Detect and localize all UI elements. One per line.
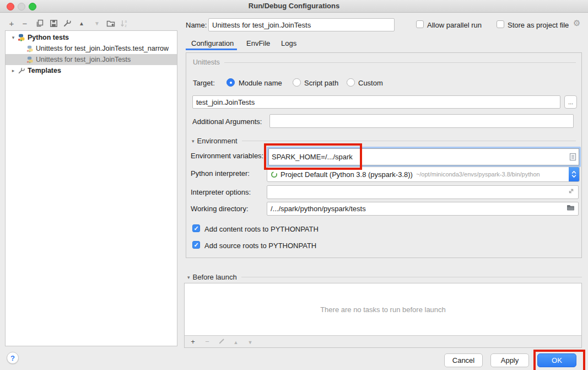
gear-icon[interactable]: ⚙ bbox=[573, 18, 580, 28]
python-tests-icon bbox=[17, 34, 26, 41]
arrow-up-icon: ▲ bbox=[79, 20, 84, 26]
before-launch-label: Before launch bbox=[193, 273, 237, 281]
move-up-button[interactable]: ▲ bbox=[76, 18, 87, 29]
target-custom-radio[interactable] bbox=[347, 78, 355, 87]
svg-text:z: z bbox=[125, 23, 127, 27]
target-label: Target: bbox=[193, 79, 215, 87]
before-launch-header: ▾ Before launch bbox=[187, 273, 582, 281]
plus-icon: + bbox=[191, 337, 195, 346]
store-as-project-file-checkbox[interactable] bbox=[497, 20, 504, 28]
chevron-right-icon[interactable]: ▸ bbox=[9, 68, 17, 73]
help-button[interactable]: ? bbox=[7, 352, 19, 364]
configuration-panel: Unittests Target: Module name Script pat… bbox=[186, 52, 582, 258]
unittests-group-label: Unittests bbox=[193, 58, 220, 66]
titlebar: Run/Debug Configurations bbox=[0, 0, 588, 13]
tree-item-templates[interactable]: ▸ Templates bbox=[6, 65, 177, 76]
working-directory-label: Working directory: bbox=[191, 205, 249, 213]
remove-task-button[interactable]: − bbox=[203, 337, 212, 346]
copy-icon bbox=[36, 19, 44, 28]
target-module-name-label: Module name bbox=[239, 79, 282, 87]
create-new-folder-button[interactable] bbox=[105, 18, 116, 29]
edit-task-button[interactable] bbox=[217, 337, 226, 346]
target-input[interactable] bbox=[192, 95, 560, 109]
name-input[interactable] bbox=[208, 18, 395, 31]
active-tab-underline bbox=[186, 49, 237, 50]
store-as-project-file-label: Store as project file bbox=[508, 21, 569, 29]
check-icon: ✓ bbox=[193, 242, 198, 248]
combobox-stepper-icon[interactable] bbox=[569, 167, 579, 181]
allow-parallel-run-checkbox[interactable] bbox=[416, 20, 424, 28]
tree-item-unittests-jointests[interactable]: Unittests for test_join.JoinTests bbox=[6, 54, 177, 65]
run-debug-configurations-dialog: Run/Debug Configurations + − ▲ ▼ bbox=[0, 0, 588, 370]
plus-icon: + bbox=[9, 19, 14, 28]
tree-item-label: Python tests bbox=[28, 34, 69, 41]
target-script-path-radio[interactable] bbox=[293, 78, 301, 87]
tab-envfile[interactable]: EnvFile bbox=[246, 39, 270, 47]
python-interpreter-select[interactable]: Project Default (Python 3.8 (pyspark-3.8… bbox=[267, 167, 580, 182]
save-configuration-button[interactable] bbox=[48, 18, 59, 29]
tab-logs[interactable]: Logs bbox=[281, 39, 296, 47]
tree-item-python-tests[interactable]: ▾ Python tests bbox=[6, 32, 177, 43]
configurations-tree: ▾ Python tests Unit bbox=[5, 30, 177, 346]
add-source-roots-checkbox[interactable]: ✓ bbox=[192, 241, 200, 249]
move-down-button[interactable]: ▼ bbox=[91, 18, 103, 29]
tree-item-label: Unittests for test_join.JoinTests.test_n… bbox=[36, 45, 169, 52]
additional-arguments-label: Additional Arguments: bbox=[192, 117, 262, 126]
tree-item-label: Unittests for test_join.JoinTests bbox=[36, 56, 131, 63]
ok-button[interactable]: OK bbox=[537, 353, 576, 367]
add-task-button[interactable]: + bbox=[188, 337, 197, 346]
tree-item-label: Templates bbox=[28, 67, 61, 74]
expand-field-icon[interactable] bbox=[568, 187, 575, 195]
before-launch-empty-text: There are no tasks to run before launch bbox=[185, 283, 581, 336]
additional-arguments-input[interactable] bbox=[269, 114, 574, 128]
python-interpreter-value: Project Default (Python 3.8 (pyspark-3.8… bbox=[280, 170, 413, 179]
python-interpreter-path: ~/opt/miniconda3/envs/pyspark-3.8/bin/py… bbox=[416, 171, 569, 178]
svg-text:a: a bbox=[125, 19, 127, 23]
remove-configuration-button[interactable]: − bbox=[19, 18, 30, 29]
edit-variables-icon[interactable] bbox=[569, 153, 576, 161]
group-divider bbox=[242, 141, 576, 141]
chevron-down-icon[interactable]: ▾ bbox=[9, 35, 17, 40]
working-directory-input[interactable] bbox=[267, 202, 579, 216]
edit-templates-button[interactable] bbox=[62, 18, 73, 29]
chevron-down-icon[interactable]: ▾ bbox=[187, 275, 190, 280]
folder-icon[interactable] bbox=[567, 204, 575, 211]
new-folder-icon bbox=[106, 19, 115, 28]
window-title: Run/Debug Configurations bbox=[0, 0, 588, 12]
target-custom-label: Custom bbox=[358, 79, 383, 87]
tab-configuration[interactable]: Configuration bbox=[191, 39, 234, 47]
move-task-down-button[interactable]: ▼ bbox=[246, 337, 255, 346]
sort-configurations-button[interactable]: a z bbox=[119, 18, 130, 29]
python-test-config-icon bbox=[25, 56, 34, 63]
group-divider bbox=[224, 62, 576, 63]
copy-configuration-button[interactable] bbox=[34, 18, 45, 29]
save-icon bbox=[50, 19, 58, 28]
chevron-down-icon[interactable]: ▾ bbox=[192, 138, 195, 144]
add-configuration-button[interactable]: + bbox=[6, 18, 17, 29]
templates-wrench-icon bbox=[17, 67, 26, 74]
add-content-roots-checkbox[interactable]: ✓ bbox=[192, 224, 200, 232]
allow-parallel-run-label: Allow parallel run bbox=[427, 21, 482, 29]
move-task-up-button[interactable]: ▲ bbox=[231, 337, 240, 346]
python-interpreter-label: Python interpreter: bbox=[191, 169, 250, 178]
browse-target-button[interactable]: ... bbox=[564, 95, 577, 109]
environment-variables-input[interactable] bbox=[269, 153, 569, 161]
minus-icon: − bbox=[205, 337, 209, 346]
target-module-name-radio[interactable] bbox=[226, 78, 235, 87]
group-divider bbox=[241, 277, 582, 277]
cancel-button[interactable]: Cancel bbox=[444, 353, 483, 367]
sort-az-icon: a z bbox=[120, 19, 129, 28]
python-test-config-icon bbox=[25, 45, 34, 52]
interpreter-options-label: Interpreter options: bbox=[191, 188, 251, 196]
add-content-roots-label: Add content roots to PYTHONPATH bbox=[204, 225, 319, 233]
wrench-icon bbox=[63, 19, 72, 28]
interpreter-options-input[interactable] bbox=[267, 185, 579, 199]
target-script-path-label: Script path bbox=[304, 79, 338, 87]
apply-button[interactable]: Apply bbox=[490, 353, 529, 367]
minus-icon: − bbox=[23, 19, 28, 28]
tree-item-unittests-test-narrow[interactable]: Unittests for test_join.JoinTests.test_n… bbox=[6, 43, 177, 54]
name-label: Name: bbox=[186, 21, 207, 29]
arrow-down-icon: ▼ bbox=[248, 340, 253, 345]
python-env-icon bbox=[271, 171, 278, 178]
environment-variables-field bbox=[267, 147, 581, 167]
